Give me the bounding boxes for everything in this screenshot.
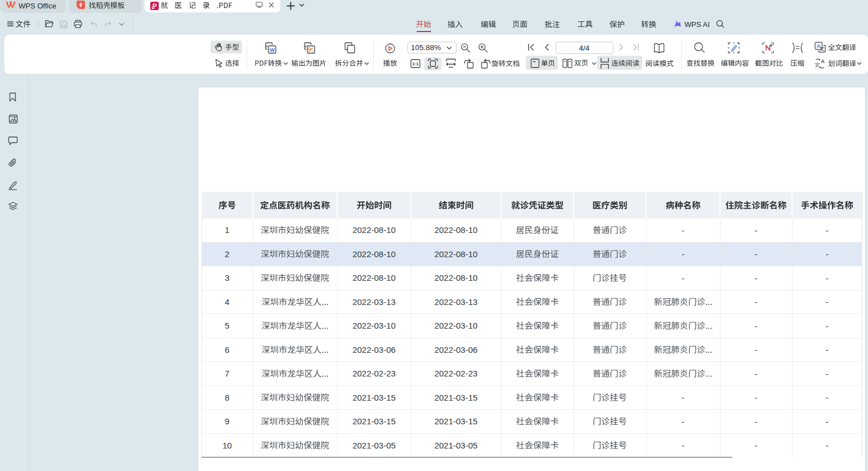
svg-text:W: W xyxy=(270,47,275,53)
svg-text:A: A xyxy=(821,59,825,64)
svg-text:1:1: 1:1 xyxy=(412,61,419,66)
